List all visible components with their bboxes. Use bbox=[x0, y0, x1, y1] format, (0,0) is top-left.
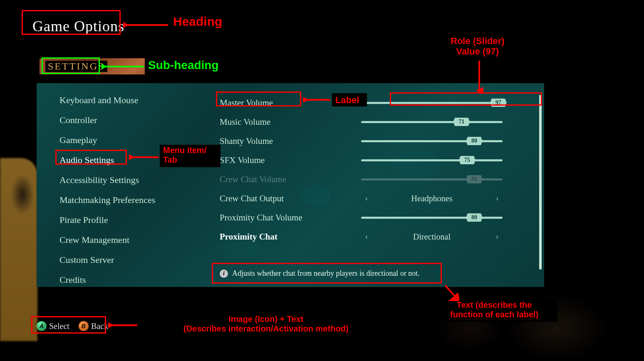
background-art-left bbox=[0, 158, 37, 341]
sidebar-item-pirate-profile[interactable]: Pirate Profile bbox=[59, 215, 176, 225]
slider-track bbox=[361, 159, 503, 161]
sidebar-item-custom-server[interactable]: Custom Server bbox=[59, 255, 176, 265]
setting-crew-chat-volume: Crew Chat Volume80 bbox=[220, 170, 536, 189]
sidebar-item-crew-management[interactable]: Crew Management bbox=[59, 235, 176, 245]
settings-ribbon: Settings bbox=[40, 58, 215, 74]
sidebar-item-label: Keyboard and Mouse bbox=[59, 95, 138, 105]
setting-label: Crew Chat Volume bbox=[220, 174, 361, 185]
music-volume-slider[interactable]: 71 bbox=[361, 118, 503, 126]
slider-thumb: 80 bbox=[466, 175, 483, 183]
crew-chat-volume-slider: 80 bbox=[361, 176, 503, 183]
setting-label: Proximity Chat bbox=[220, 232, 361, 242]
sidebar-item-label: Credits bbox=[59, 274, 86, 285]
picker-value: Directional bbox=[372, 232, 492, 242]
chevron-right-icon[interactable]: › bbox=[492, 232, 503, 241]
chevron-left-icon[interactable]: ‹ bbox=[361, 232, 372, 241]
sidebar-item-label: Crew Management bbox=[59, 235, 129, 245]
slider-thumb: 80 bbox=[466, 137, 483, 145]
slider-track bbox=[361, 121, 503, 123]
setting-label: Music Volume bbox=[220, 117, 361, 127]
settings-panel: Keyboard and MouseControllerGameplayAudi… bbox=[37, 83, 544, 287]
chevron-left-icon[interactable]: ‹ bbox=[361, 194, 372, 203]
setting-label: Master Volume bbox=[220, 98, 361, 108]
slider-thumb: 75 bbox=[459, 156, 476, 164]
setting-sfx-volume: SFX Volume75 bbox=[220, 151, 536, 170]
sidebar-item-label: Accessibility Settings bbox=[59, 175, 139, 185]
settings-content: Master Volume97Music Volume71Shanty Volu… bbox=[220, 93, 536, 246]
hint-back: B Back bbox=[79, 321, 108, 331]
setting-proximity-chat-volume: Proximity Chat Volume80 bbox=[220, 208, 536, 227]
sfx-volume-slider[interactable]: 75 bbox=[361, 156, 503, 164]
hint-select-label: Select bbox=[49, 321, 69, 331]
sidebar-item-label: Matchmaking Preferences bbox=[59, 195, 155, 205]
slider-thumb: 80 bbox=[466, 213, 483, 222]
sidebar-item-matchmaking[interactable]: Matchmaking Preferences bbox=[59, 195, 176, 205]
setting-crew-chat-output: Crew Chat Output‹Headphones› bbox=[220, 189, 536, 208]
info-row: i Adjusts whether chat from nearby playe… bbox=[220, 269, 420, 278]
hint-back-label: Back bbox=[91, 321, 108, 331]
sidebar-item-credits[interactable]: Credits bbox=[59, 274, 176, 285]
info-text: Adjusts whether chat from nearby players… bbox=[232, 269, 420, 278]
setting-label: Proximity Chat Volume bbox=[220, 213, 361, 223]
button-hints: A Select B Back bbox=[37, 321, 108, 331]
sidebar-item-audio[interactable]: Audio Settings bbox=[59, 155, 176, 166]
setting-master-volume: Master Volume97 bbox=[220, 93, 536, 112]
sidebar-item-accessibility[interactable]: Accessibility Settings bbox=[59, 175, 176, 185]
info-icon: i bbox=[220, 270, 228, 278]
setting-label: Crew Chat Output bbox=[220, 193, 361, 204]
proximity-chat-picker[interactable]: ‹Directional› bbox=[361, 232, 503, 242]
slider-track bbox=[361, 102, 503, 104]
content-scrollbar[interactable] bbox=[539, 95, 542, 270]
background-art-right bbox=[353, 278, 644, 361]
sidebar-item-label: Custom Server bbox=[59, 255, 114, 265]
settings-sidebar: Keyboard and MouseControllerGameplayAudi… bbox=[59, 95, 176, 294]
setting-music-volume: Music Volume71 bbox=[220, 112, 536, 131]
slider-thumb: 71 bbox=[453, 118, 470, 126]
proximity-chat-volume-slider[interactable]: 80 bbox=[361, 214, 503, 221]
sidebar-item-label: Audio Settings bbox=[59, 155, 114, 165]
sidebar-item-label: Gameplay bbox=[59, 135, 97, 145]
sidebar-item-label: Controller bbox=[59, 115, 97, 125]
hint-select: A Select bbox=[37, 321, 69, 331]
sidebar-item-keyboard-mouse[interactable]: Keyboard and Mouse bbox=[59, 95, 176, 106]
setting-shanty-volume: Shanty Volume80 bbox=[220, 131, 536, 151]
slider-thumb: 97 bbox=[490, 99, 507, 107]
b-button-icon: B bbox=[79, 321, 89, 331]
setting-label: Shanty Volume bbox=[220, 136, 361, 146]
chevron-right-icon[interactable]: › bbox=[492, 194, 503, 203]
sidebar-item-controller[interactable]: Controller bbox=[59, 115, 176, 126]
crew-chat-output-picker[interactable]: ‹Headphones› bbox=[361, 194, 503, 203]
sidebar-item-gameplay[interactable]: Gameplay bbox=[59, 135, 176, 146]
sidebar-item-label: Pirate Profile bbox=[59, 215, 108, 225]
picker-value: Headphones bbox=[372, 194, 492, 203]
page-title: Game Options bbox=[32, 17, 124, 35]
a-button-icon: A bbox=[37, 321, 47, 331]
shanty-volume-slider[interactable]: 80 bbox=[361, 137, 503, 145]
master-volume-slider[interactable]: 97 bbox=[361, 99, 503, 106]
setting-label: SFX Volume bbox=[220, 155, 361, 166]
setting-proximity-chat: Proximity Chat‹Directional› bbox=[220, 227, 536, 246]
settings-subheading: Settings bbox=[48, 61, 105, 72]
